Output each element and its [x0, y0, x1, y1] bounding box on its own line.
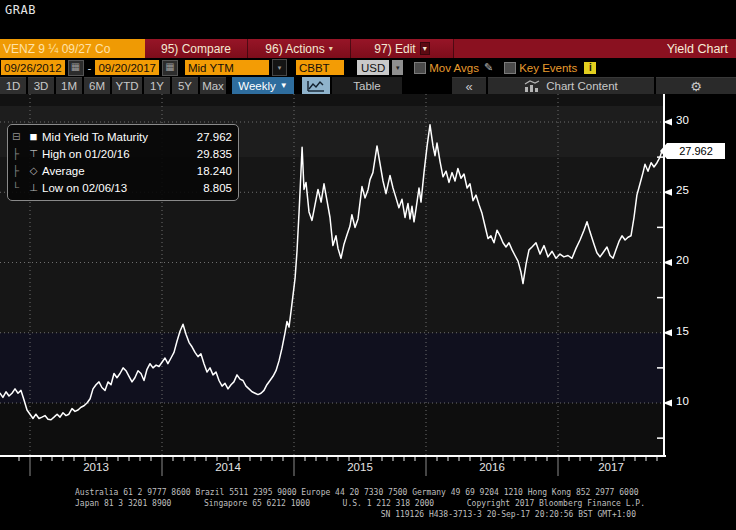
- legend-row-series[interactable]: ⊟ ■ Mid Yield To Maturity 27.962: [12, 128, 232, 145]
- range-button-1d[interactable]: 1D: [0, 77, 26, 94]
- frequency-dropdown[interactable]: Weekly ▼: [232, 77, 294, 94]
- title-bar: VENZ 9 ¼ 09/27 Co 95) Compare 96) Action…: [0, 39, 736, 58]
- range-button-ytd[interactable]: YTD: [112, 77, 142, 94]
- last-value-tag: 27.962: [667, 143, 725, 159]
- actions-label: 96) Actions: [265, 42, 324, 56]
- x-axis-year-label: 2017: [581, 461, 641, 473]
- range-button-6m[interactable]: 6M: [84, 77, 110, 94]
- chart-content-icon: [524, 80, 540, 92]
- chevron-down-icon: ▾: [420, 42, 430, 55]
- footer-contacts-line2: Japan 81 3 3201 8900 Singapore 65 6212 1…: [75, 499, 645, 509]
- range-button-5y[interactable]: 5Y: [172, 77, 198, 94]
- date-from-field[interactable]: 09/26/2012: [1, 60, 65, 75]
- range-button-3d[interactable]: 3D: [28, 77, 54, 94]
- calendar-icon[interactable]: ▦: [162, 60, 178, 76]
- collapse-panel-button[interactable]: «: [452, 77, 486, 94]
- chart-content-button[interactable]: Chart Content: [488, 77, 654, 94]
- edit-label: 97) Edit: [374, 42, 415, 56]
- footer-contacts-line1: Australia 61 2 9777 8600 Brazil 5511 239…: [75, 488, 639, 498]
- footer-session-info: SN 119126 H438-3713-3 20-Sep-17 20:20:56…: [381, 510, 636, 520]
- info-icon[interactable]: i: [584, 62, 596, 74]
- average-marker-icon: ◇: [25, 165, 42, 176]
- range-button-max[interactable]: Max: [200, 77, 226, 94]
- legend-label: High on 01/20/16: [42, 148, 180, 160]
- legend-value: 29.835: [180, 148, 232, 160]
- legend-row-average[interactable]: ├ ◇ Average 18.240: [12, 162, 232, 179]
- currency-select[interactable]: USD: [357, 60, 389, 75]
- pencil-icon[interactable]: ✎: [484, 61, 493, 74]
- key-events-label: Key Events: [519, 62, 577, 74]
- calendar-icon[interactable]: ▦: [68, 60, 84, 76]
- chart-legend: ⊟ ■ Mid Yield To Maturity 27.962 ├ ⊤ Hig…: [7, 124, 239, 201]
- chevron-down-icon[interactable]: ▾: [272, 59, 287, 76]
- yield-field-select[interactable]: Mid YTM: [185, 60, 269, 75]
- tree-branch: └: [12, 182, 25, 193]
- actions-button[interactable]: 96) Actions ▾: [248, 39, 351, 58]
- x-axis-year-label: 2015: [330, 461, 390, 473]
- chart-toolbar: 1D 3D 1M 6M YTD 1Y 5Y Max Weekly ▼ Table…: [0, 77, 736, 94]
- footer-copyright: Copyright 2017 Bloomberg Finance L.P.: [467, 499, 645, 509]
- grab-label: GRAB: [5, 3, 36, 17]
- date-to-field[interactable]: 09/20/2017: [95, 60, 159, 75]
- compare-label: 95) Compare: [161, 42, 231, 56]
- legend-value: 8.805: [180, 182, 232, 194]
- page-title: Yield Chart: [667, 39, 736, 58]
- pricing-source-field[interactable]: CBBT: [296, 60, 344, 75]
- chevron-down-icon[interactable]: ▾: [392, 60, 403, 75]
- compare-button[interactable]: 95) Compare: [145, 39, 248, 58]
- range-button-1y[interactable]: 1Y: [144, 77, 170, 94]
- low-marker-icon: ⊥: [25, 182, 42, 193]
- legend-label: Average: [42, 165, 180, 177]
- x-axis-year-label: 2013: [66, 461, 126, 473]
- yield-chart-area: 30 25 20 15 10 27.962 2013 2014 2015 201…: [0, 94, 736, 479]
- mov-avgs-checkbox[interactable]: [414, 62, 426, 74]
- key-events-checkbox[interactable]: [504, 62, 516, 74]
- y-axis-tick-label: 30: [676, 114, 718, 126]
- toolbar-spacer: [404, 77, 450, 94]
- table-view-button[interactable]: Table: [332, 77, 402, 94]
- legend-value: 27.962: [180, 131, 232, 143]
- line-chart-icon: [307, 80, 325, 92]
- gear-icon: ⚙: [690, 79, 702, 94]
- legend-row-low[interactable]: └ ⊥ Low on 02/06/13 8.805: [12, 179, 232, 196]
- x-axis-year-label: 2016: [462, 461, 522, 473]
- tree-branch: ├: [12, 165, 25, 176]
- legend-label: Low on 02/06/13: [42, 182, 180, 194]
- y-axis-tick-label: 15: [676, 325, 718, 337]
- high-marker-icon: ⊤: [25, 148, 42, 159]
- mov-avgs-label: Mov Avgs: [429, 62, 479, 74]
- frequency-label: Weekly: [238, 80, 276, 92]
- terminal-footer: Australia 61 2 9777 8600 Brazil 5511 239…: [0, 479, 736, 530]
- legend-row-high[interactable]: ├ ⊤ High on 01/20/16 29.835: [12, 145, 232, 162]
- legend-label: Mid Yield To Maturity: [42, 131, 180, 143]
- date-range-dash: -: [87, 62, 93, 74]
- line-chart-view-button[interactable]: [302, 77, 330, 94]
- footer-contact: U.S. 1 212 318 2000: [343, 499, 435, 509]
- chevron-down-icon: ▾: [329, 44, 333, 53]
- range-button-1m[interactable]: 1M: [56, 77, 82, 94]
- chevron-down-icon: ▼: [280, 81, 288, 90]
- chart-content-label: Chart Content: [546, 80, 618, 92]
- security-ticker[interactable]: VENZ 9 ¼ 09/27 Co: [0, 39, 145, 58]
- field-bar: 09/26/2012 ▦ - 09/20/2017 ▦ Mid YTM ▾ CB…: [0, 59, 736, 76]
- y-axis-tick-label: 20: [676, 254, 718, 266]
- settings-button[interactable]: ⚙: [656, 77, 736, 94]
- y-axis-tick-label: 25: [676, 184, 718, 196]
- series-swatch: ■: [25, 129, 42, 144]
- collapse-box-icon[interactable]: ⊟: [12, 131, 25, 142]
- edit-button[interactable]: 97) Edit ▾: [351, 39, 454, 58]
- tree-branch: ├: [12, 148, 25, 159]
- footer-contact: Japan 81 3 3201 8900: [75, 499, 171, 509]
- x-axis-year-label: 2014: [198, 461, 258, 473]
- y-axis-tick-label: 10: [676, 395, 718, 407]
- footer-contact: Singapore 65 6212 1000: [204, 499, 310, 509]
- legend-value: 18.240: [180, 165, 232, 177]
- bloomberg-terminal-window: GRAB VENZ 9 ¼ 09/27 Co 95) Compare 96) A…: [0, 0, 736, 530]
